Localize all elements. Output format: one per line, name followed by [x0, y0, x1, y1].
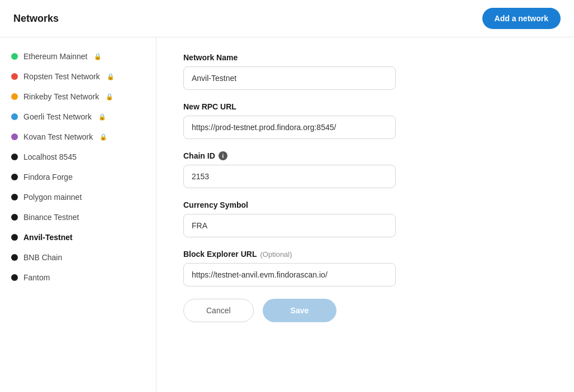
network-label-ethereum-mainnet: Ethereum Mainnet — [23, 52, 87, 61]
network-form: Network Name New RPC URL Chain ID i Curr… — [156, 37, 574, 392]
network-label-polygon-mainnet: Polygon mainnet — [23, 193, 82, 202]
network-list: Ethereum Mainnet🔒Ropsten Test Network🔒Ri… — [0, 37, 156, 392]
network-item-anvil-testnet[interactable]: Anvil-Testnet — [0, 227, 156, 247]
network-label-localhost-8545: Localhost 8545 — [23, 152, 77, 161]
network-item-polygon-mainnet[interactable]: Polygon mainnet — [0, 187, 156, 207]
currency-symbol-group: Currency Symbol — [183, 200, 547, 237]
network-label-fantom: Fantom — [23, 273, 50, 282]
chain-id-label: Chain ID i — [183, 151, 547, 160]
network-dot-ethereum-mainnet — [11, 53, 18, 60]
network-label-anvil-testnet: Anvil-Testnet — [23, 233, 73, 242]
rpc-url-label: New RPC URL — [183, 102, 547, 111]
network-item-fantom[interactable]: Fantom — [0, 267, 156, 288]
currency-symbol-input[interactable] — [183, 214, 396, 237]
network-label-ropsten-test: Ropsten Test Network — [23, 72, 100, 81]
network-item-binance-testnet[interactable]: Binance Testnet — [0, 207, 156, 227]
lock-icon-ethereum-mainnet: 🔒 — [94, 53, 102, 60]
network-item-bnb-chain[interactable]: BNB Chain — [0, 247, 156, 267]
network-dot-rinkeby-test — [11, 93, 18, 100]
network-item-ethereum-mainnet[interactable]: Ethereum Mainnet🔒 — [0, 46, 156, 66]
network-label-goerli-test: Goerli Test Network — [23, 112, 92, 121]
network-dot-localhost-8545 — [11, 154, 18, 160]
lock-icon-rinkeby-test: 🔒 — [106, 93, 113, 101]
block-explorer-label: Block Explorer URL (Optional) — [183, 250, 547, 259]
network-label-rinkeby-test: Rinkeby Test Network — [23, 92, 99, 101]
block-explorer-input[interactable] — [183, 263, 396, 286]
chain-id-input[interactable] — [183, 165, 396, 188]
rpc-url-group: New RPC URL — [183, 102, 547, 139]
network-item-ropsten-test[interactable]: Ropsten Test Network🔒 — [0, 66, 156, 87]
page-title: Networks — [13, 13, 59, 25]
block-explorer-group: Block Explorer URL (Optional) — [183, 250, 547, 286]
form-actions: Cancel Save — [183, 299, 547, 322]
chain-id-info-icon[interactable]: i — [219, 151, 227, 160]
lock-icon-goerli-test: 🔒 — [98, 113, 106, 121]
block-explorer-optional: (Optional) — [260, 250, 292, 259]
chain-id-group: Chain ID i — [183, 151, 547, 188]
add-network-button[interactable]: Add a network — [482, 8, 561, 29]
network-name-input[interactable] — [183, 66, 396, 90]
network-dot-ropsten-test — [11, 73, 18, 80]
network-item-kovan-test[interactable]: Kovan Test Network🔒 — [0, 127, 156, 147]
network-label-binance-testnet: Binance Testnet — [23, 213, 79, 222]
network-label-bnb-chain: BNB Chain — [23, 253, 62, 262]
network-name-group: Network Name — [183, 53, 547, 90]
network-dot-kovan-test — [11, 133, 18, 140]
network-item-findora-forge[interactable]: Findora Forge — [0, 167, 156, 187]
network-item-localhost-8545[interactable]: Localhost 8545 — [0, 147, 156, 167]
network-dot-goerli-test — [11, 113, 18, 120]
network-dot-findora-forge — [11, 174, 18, 180]
network-item-goerli-test[interactable]: Goerli Test Network🔒 — [0, 107, 156, 127]
network-dot-anvil-testnet — [11, 234, 18, 241]
lock-icon-kovan-test: 🔒 — [99, 133, 107, 141]
network-dot-binance-testnet — [11, 214, 18, 221]
network-dot-polygon-mainnet — [11, 194, 18, 200]
lock-icon-ropsten-test: 🔒 — [107, 73, 115, 80]
network-dot-fantom — [11, 274, 18, 281]
rpc-url-input[interactable] — [183, 116, 396, 139]
cancel-button[interactable]: Cancel — [183, 299, 254, 322]
network-label-findora-forge: Findora Forge — [23, 173, 73, 181]
network-dot-bnb-chain — [11, 254, 18, 261]
network-item-rinkeby-test[interactable]: Rinkeby Test Network🔒 — [0, 87, 156, 107]
network-name-label: Network Name — [183, 53, 547, 62]
save-button[interactable]: Save — [263, 299, 337, 322]
currency-symbol-label: Currency Symbol — [183, 200, 547, 209]
network-label-kovan-test: Kovan Test Network — [23, 132, 93, 141]
